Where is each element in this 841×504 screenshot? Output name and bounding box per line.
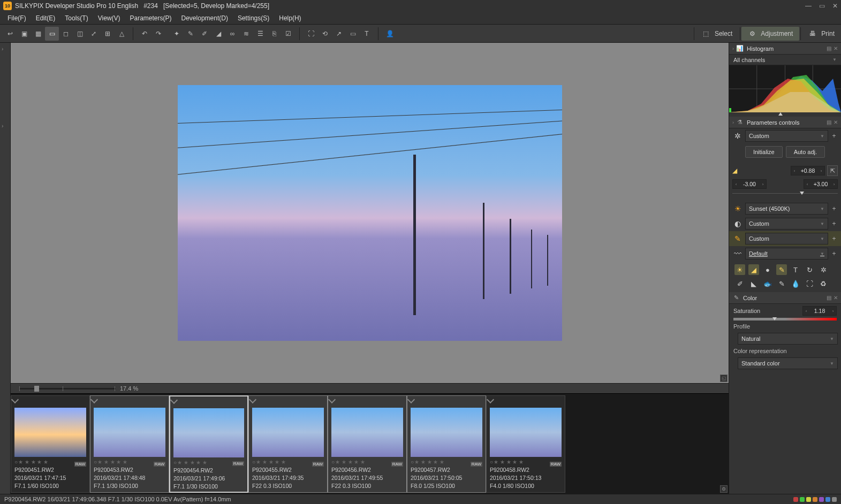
add-nr-button[interactable]: + [830, 250, 838, 257]
saturation-value[interactable]: ‹1.18› [802, 306, 837, 316]
menu-edit[interactable]: Edit(E) [32, 13, 60, 24]
grid-view-button[interactable]: ▦ [31, 27, 45, 41]
thumbnail[interactable]: ○ ★ ★ ★ ★ ★RAWP9200456.RW22016/03/21 17:… [328, 395, 407, 493]
close-button[interactable]: ✕ [832, 2, 838, 10]
menu-file[interactable]: File(F) [3, 13, 31, 24]
status-dot [825, 497, 830, 502]
warning-button[interactable]: △ [115, 27, 128, 41]
filmstrip-options-button[interactable]: ⚙ [720, 485, 728, 493]
parameters-header[interactable]: › ⚗ Parameters controls ▤✕ [729, 117, 841, 128]
color-header[interactable]: ✎ Color ▤✕ [729, 292, 841, 304]
single-view-button[interactable]: ▭ [45, 27, 59, 41]
stack-button[interactable]: ☰ [253, 27, 267, 41]
tool-triangle[interactable]: ◣ [748, 278, 759, 289]
thumbnail[interactable]: ○ ★ ★ ★ ★ ★RAWP9200458.RW22016/03/21 17:… [486, 395, 565, 493]
thumbnail[interactable]: ○ ★ ★ ★ ★ ★RAWP9200453.RW22016/03/21 17:… [90, 395, 169, 493]
zoom-value: 17.4 [120, 385, 131, 392]
auto-adjust-button[interactable]: ✦ [170, 27, 184, 41]
add-tone-button[interactable]: + [830, 220, 838, 227]
loupe-button[interactable]: 👤 [383, 27, 397, 41]
add-wb-button[interactable]: + [830, 205, 838, 212]
tool-gear[interactable]: ✲ [818, 264, 829, 275]
initialize-button[interactable]: Initialize [745, 146, 783, 158]
text-button[interactable]: T [360, 27, 374, 41]
auto-adjust-button[interactable]: Auto adj. [786, 146, 825, 158]
menu-settings[interactable]: Settings(S) [233, 13, 274, 24]
tool-rotate[interactable]: ↻ [804, 264, 815, 275]
select-mode-button[interactable]: ⬚ Select [695, 27, 739, 41]
menu-tools[interactable]: Tools(T) [60, 13, 92, 24]
monitor-button[interactable]: ▭ [346, 27, 360, 41]
add-preset-button[interactable]: + [830, 132, 838, 140]
menu-parameters[interactable]: Parameters(P) [126, 13, 176, 24]
thumbnail[interactable]: ○ ★ ★ ★ ★ ★RAWP9200454.RW22016/03/21 17:… [169, 395, 248, 493]
tool-sphere[interactable]: ● [762, 264, 773, 275]
menu-view[interactable]: View(V) [94, 13, 125, 24]
brush-plus-button[interactable]: ✎ [184, 27, 198, 41]
exposure-low[interactable]: ‹-3.00› [732, 179, 767, 189]
split-view-button[interactable]: ◫ [73, 27, 87, 41]
eraser-button[interactable]: ◢ [211, 27, 225, 41]
tool-eyedrop[interactable]: ✐ [734, 278, 745, 289]
exposure-high[interactable]: ‹+3.00› [804, 179, 838, 189]
tool-drop[interactable]: 💧 [790, 278, 801, 289]
export-button[interactable]: ⎘ [267, 27, 281, 41]
saturation-slider[interactable] [733, 318, 837, 320]
exposure-link-button[interactable]: ⇱ [827, 165, 838, 176]
grid-overlay-button[interactable]: ⊞ [101, 27, 115, 41]
zoom-slider[interactable] [19, 388, 116, 390]
histogram-mode-dropdown[interactable]: All channels▼ [729, 55, 841, 65]
nr-dropdown[interactable]: Default▼ [745, 248, 828, 259]
menu-help[interactable]: Help(H) [275, 13, 305, 24]
panel-menu-icon[interactable]: ▤ [827, 119, 831, 125]
tool-wb[interactable]: ☀ [734, 264, 745, 275]
exposure-slider[interactable] [732, 192, 838, 196]
tool-brush[interactable]: ✎ [776, 264, 787, 275]
panel-close-icon[interactable]: ✕ [834, 295, 838, 301]
tone-dropdown[interactable]: Custom▼ [745, 218, 828, 230]
wb-dropdown[interactable]: Sunset (4500K)▼ [745, 203, 828, 215]
thumbnail[interactable]: ○ ★ ★ ★ ★ ★RAWP9200457.RW22016/03/21 17:… [407, 395, 486, 493]
tool-recycle[interactable]: ♻ [818, 278, 829, 289]
crop-button[interactable]: ⛶ [304, 27, 318, 41]
panel-close-icon[interactable]: ✕ [834, 119, 838, 125]
maximize-button[interactable]: ▭ [819, 2, 825, 10]
thumbnail[interactable]: ○ ★ ★ ★ ★ ★RAWP9200451.RW22016/03/21 17:… [11, 395, 90, 493]
tool-pen[interactable]: ✎ [776, 278, 787, 289]
back-button[interactable]: ↩ [3, 27, 17, 41]
thumbnail[interactable]: ○ ★ ★ ★ ★ ★RAWP9200455.RW22016/03/21 17:… [248, 395, 328, 493]
tool-crop[interactable]: ⛶ [804, 278, 815, 289]
panel-menu-icon[interactable]: ▤ [827, 45, 831, 51]
tool-text[interactable]: T [790, 264, 801, 275]
preset-dropdown[interactable]: Custom▼ [745, 130, 828, 142]
share-button[interactable]: ↗ [332, 27, 346, 41]
fit-button[interactable]: ⤢ [87, 27, 101, 41]
tool-exposure[interactable]: ◢ [748, 264, 759, 275]
profile-dropdown[interactable]: Natural▼ [738, 333, 838, 345]
exposure-value[interactable]: ‹+0.88› [791, 166, 825, 175]
rotate-button[interactable]: ⟲ [318, 27, 332, 41]
print-mode-button[interactable]: 🖶 Print [802, 27, 841, 41]
panel-close-icon[interactable]: ✕ [834, 45, 838, 51]
histogram-header[interactable]: › 📊 Histogram ▤✕ [729, 43, 841, 55]
checklist-button[interactable]: ☑ [281, 27, 295, 41]
tool-fish[interactable]: 🐟 [762, 278, 773, 289]
expand-left-top[interactable]: › [2, 46, 3, 52]
preview-area[interactable]: ◱ [11, 43, 729, 383]
add-color-button[interactable]: + [830, 235, 838, 242]
folder-button[interactable]: ▣ [17, 27, 31, 41]
redo-button[interactable]: ↷ [151, 27, 165, 41]
expand-left-mid[interactable]: › [2, 123, 3, 129]
link-button[interactable]: ∞ [225, 27, 239, 41]
color-preset-dropdown[interactable]: Custom▼ [745, 233, 828, 245]
colorrep-dropdown[interactable]: Standard color▼ [738, 357, 838, 369]
menu-development[interactable]: Development(D) [177, 13, 232, 24]
brush-minus-button[interactable]: ✐ [198, 27, 211, 41]
frame-view-button[interactable]: ◻ [59, 27, 73, 41]
layers-button[interactable]: ≋ [239, 27, 253, 41]
adjustment-mode-button[interactable]: ⚙ Adjustment [741, 27, 799, 41]
minimize-button[interactable]: — [805, 2, 812, 10]
panel-menu-icon[interactable]: ▤ [827, 295, 831, 301]
undo-button[interactable]: ↶ [138, 27, 151, 41]
preview-options-button[interactable]: ◱ [720, 375, 728, 382]
